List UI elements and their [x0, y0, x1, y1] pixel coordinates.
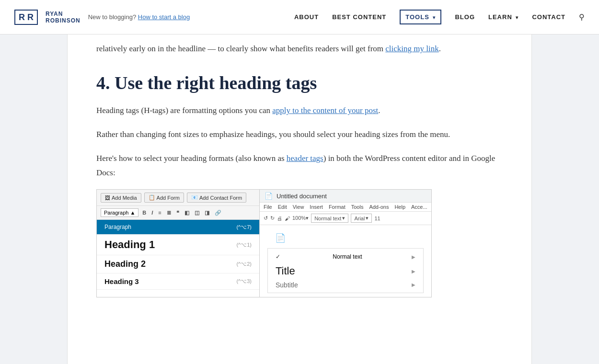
gdocs-undo-icon[interactable]: ↺: [264, 215, 268, 221]
gdocs-edit-menu[interactable]: Edit: [278, 204, 287, 210]
search-icon[interactable]: ⚲: [579, 12, 585, 22]
gdocs-doc-icon-area: 📄: [267, 229, 424, 247]
learn-caret-icon: ▾: [516, 15, 518, 20]
subtitle-arrow-icon: ▶: [412, 282, 415, 287]
wp-paragraph-select[interactable]: Paragraph ▲: [101, 208, 138, 217]
wp-add-media-btn[interactable]: 🖼 Add Media: [101, 193, 141, 203]
ul-icon[interactable]: ≡: [157, 209, 162, 216]
italic-icon[interactable]: I: [150, 209, 154, 216]
para-1: Heading tags (H-tags) are formatting opt…: [96, 103, 503, 118]
nav-left: R R RYAN ROBINSON New to blogging? How t…: [14, 10, 190, 25]
gdocs-view-menu[interactable]: View: [293, 204, 304, 210]
gdocs-print-icon[interactable]: 🖨: [277, 216, 282, 221]
nav-item-about[interactable]: ABOUT: [294, 13, 319, 21]
form-icon: 📋: [149, 194, 155, 201]
wp-toolbar-top: 🖼 Add Media 📋 Add Form 📧 Add Contact For…: [97, 190, 259, 206]
gdocs-editor-mockup: 📄 Untitled document File Edit View Inser…: [260, 190, 431, 297]
normal-text-arrow-icon: ▶: [412, 254, 415, 260]
gdocs-help-menu[interactable]: Help: [394, 204, 405, 210]
gdocs-title-label: Title: [276, 265, 295, 277]
gdocs-subtitle-option[interactable]: Subtitle ▶: [268, 279, 423, 291]
navigation: R R RYAN ROBINSON New to blogging? How t…: [0, 0, 599, 34]
clicking-link[interactable]: clicking my link: [385, 44, 438, 53]
heading2-label: Heading 2: [104, 259, 146, 269]
nav-item-contact[interactable]: CONTACT: [532, 13, 565, 21]
heading3-label: Heading 3: [104, 277, 139, 285]
gdocs-acce-menu[interactable]: Acce...: [411, 204, 427, 210]
heading2-shortcut: (^⌥2): [236, 261, 252, 267]
apply-link[interactable]: apply to the content of your post: [272, 106, 378, 115]
font-caret-icon: ▾: [366, 215, 369, 221]
heading1-label: Heading 1: [104, 239, 155, 251]
align-center-icon[interactable]: ◫: [193, 209, 201, 216]
gdocs-title-bar: 📄 Untitled document: [260, 190, 431, 203]
brand-name: RYAN ROBINSON: [46, 11, 81, 24]
paragraph-label: Paragraph: [104, 224, 131, 230]
align-right-icon[interactable]: ◨: [203, 209, 211, 216]
gdocs-style-dropdown: Normal text ▶ Title ▶ Subtitle ▶: [267, 248, 424, 293]
nav-item-best-content[interactable]: BEST CONTENT: [332, 13, 386, 21]
align-left-icon[interactable]: ◧: [183, 209, 191, 216]
bold-icon[interactable]: B: [141, 209, 148, 216]
gdocs-subtitle-label: Subtitle: [276, 281, 298, 289]
nav-item-blog[interactable]: BLOG: [455, 13, 475, 21]
paragraph-shortcut: (^⌥7): [236, 224, 252, 230]
quote-icon[interactable]: ❝: [175, 209, 181, 216]
gdocs-tools-menu[interactable]: Tools: [351, 204, 364, 210]
gdocs-style-select[interactable]: Normal text ▾: [311, 214, 348, 223]
heading3-shortcut: (^⌥3): [236, 278, 252, 284]
wp-heading3-option[interactable]: Heading 3 (^⌥3): [97, 273, 259, 290]
tools-caret-icon: ▾: [433, 15, 436, 20]
section-heading: 4. Use the right heading tags: [96, 72, 503, 94]
logo-box[interactable]: R R: [14, 10, 38, 25]
gdocs-doc-name: Untitled document: [276, 193, 327, 200]
gdocs-insert-menu[interactable]: Insert: [310, 204, 323, 210]
para-3: Here's how to select your heading format…: [96, 151, 503, 180]
gdocs-menubar: File Edit View Insert Format Tools Add-o…: [260, 203, 431, 212]
screenshot-composite: 🖼 Add Media 📋 Add Form 📧 Add Contact For…: [96, 189, 432, 297]
heading1-shortcut: (^⌥1): [236, 242, 252, 248]
para-2: Rather than changing font sizes to empha…: [96, 127, 503, 142]
wp-editor-mockup: 🖼 Add Media 📋 Add Form 📧 Add Contact For…: [97, 190, 260, 297]
header-tags-link[interactable]: header tags: [287, 154, 323, 163]
gdocs-zoom[interactable]: 100%▾: [292, 215, 309, 221]
style-caret-icon: ▾: [342, 215, 345, 221]
wp-add-contact-btn[interactable]: 📧 Add Contact Form: [187, 193, 246, 203]
gdocs-toolbar: ↺ ↻ 🖨 🖌 100%▾ Normal text ▾ Arial ▾ 11: [260, 212, 431, 225]
link-icon[interactable]: 🔗: [213, 209, 223, 216]
tagline-link[interactable]: How to start a blog: [138, 13, 190, 21]
gdocs-font-size[interactable]: 11: [374, 216, 380, 221]
nav-item-tools[interactable]: TOOLS ▾: [400, 10, 441, 24]
gdocs-paint-icon[interactable]: 🖌: [285, 216, 290, 221]
gdocs-redo-icon[interactable]: ↻: [270, 215, 275, 221]
contact-icon: 📧: [191, 194, 198, 201]
logo-letters: R R: [19, 13, 34, 22]
title-arrow-icon: ▶: [412, 269, 415, 274]
gdocs-format-menu[interactable]: Format: [329, 204, 346, 210]
ol-icon[interactable]: ≣: [165, 209, 173, 216]
page-content: relatively early on in the headline — to…: [67, 34, 532, 364]
gdocs-file-menu[interactable]: File: [264, 204, 272, 210]
wp-heading1-option[interactable]: Heading 1 (^⌥1): [97, 235, 259, 255]
gdocs-content-area: 📄 Normal text ▶ Title ▶ Subtitle ▶: [260, 225, 431, 297]
media-icon: 🖼: [105, 195, 110, 201]
wp-dropdown-menu: Paragraph (^⌥7) Heading 1 (^⌥1) Heading …: [97, 220, 259, 290]
gdocs-normal-text-label: Normal text: [333, 253, 362, 260]
gdocs-doc-icon: 📄: [265, 192, 273, 200]
intro-paragraph: relatively early on in the headline — to…: [96, 34, 503, 61]
paragraph-up-icon: ▲: [130, 210, 135, 216]
nav-item-learn[interactable]: LEARN ▾: [488, 13, 518, 21]
gdocs-font-select[interactable]: Arial ▾: [351, 214, 372, 223]
wp-paragraph-option[interactable]: Paragraph (^⌥7): [97, 220, 259, 235]
tagline: New to blogging? How to start a blog: [88, 13, 190, 21]
wp-add-form-btn[interactable]: 📋 Add Form: [144, 193, 184, 203]
wp-toolbar-format: Paragraph ▲ B I ≡ ≣ ❝ ◧ ◫ ◨ 🔗: [97, 206, 259, 220]
gdocs-normal-text-option[interactable]: Normal text ▶: [268, 250, 423, 263]
gdocs-addons-menu[interactable]: Add-ons: [369, 204, 389, 210]
gdocs-title-option[interactable]: Title ▶: [268, 263, 423, 279]
nav-right: ABOUT BEST CONTENT TOOLS ▾ BLOG LEARN ▾ …: [294, 10, 585, 24]
wp-heading2-option[interactable]: Heading 2 (^⌥2): [97, 255, 259, 273]
